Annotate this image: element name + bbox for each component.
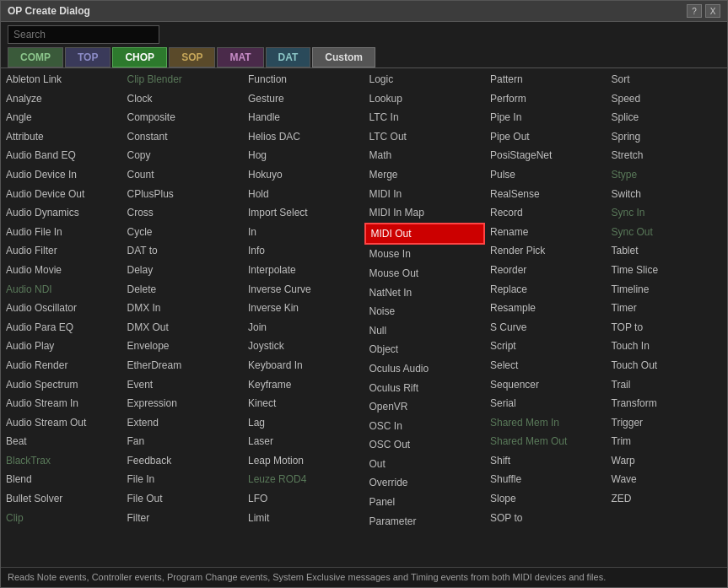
- list-item[interactable]: TOP to: [607, 318, 728, 337]
- list-item[interactable]: Lookup: [364, 89, 486, 109]
- list-item[interactable]: In: [243, 223, 364, 242]
- list-item[interactable]: Filter: [122, 509, 244, 528]
- list-item[interactable]: Speed: [607, 89, 728, 109]
- list-item[interactable]: Shuffle: [485, 470, 607, 489]
- list-item[interactable]: Touch In: [607, 337, 728, 356]
- list-item[interactable]: Mouse In: [364, 245, 486, 264]
- list-item[interactable]: Audio Dynamics: [1, 203, 122, 223]
- list-item[interactable]: DAT to: [122, 241, 244, 261]
- list-item[interactable]: Script: [485, 337, 607, 356]
- list-item[interactable]: Switch: [607, 185, 728, 204]
- list-item[interactable]: Splice: [607, 108, 728, 127]
- list-item[interactable]: Audio Render: [1, 356, 122, 375]
- list-item[interactable]: Sequencer: [485, 375, 607, 395]
- list-item[interactable]: Audio Device In: [1, 165, 122, 185]
- tab-top[interactable]: TOP: [65, 47, 111, 67]
- list-item[interactable]: Ableton Link: [1, 70, 122, 89]
- list-item[interactable]: Trail: [607, 375, 728, 395]
- list-item[interactable]: Time Slice: [607, 261, 728, 280]
- list-item[interactable]: Audio Stream Out: [1, 413, 122, 433]
- list-item[interactable]: Bullet Solver: [1, 489, 122, 509]
- list-item[interactable]: LTC In: [364, 108, 486, 127]
- list-item[interactable]: Resample: [485, 299, 607, 318]
- list-item[interactable]: ZED: [607, 489, 728, 509]
- list-item[interactable]: DMX In: [122, 299, 244, 318]
- list-item[interactable]: Extend: [122, 413, 244, 433]
- tab-custom[interactable]: Custom: [312, 47, 375, 67]
- list-item[interactable]: Audio Para EQ: [1, 318, 122, 337]
- list-item[interactable]: PosiStageNet: [485, 146, 607, 165]
- list-item[interactable]: MIDI In Map: [364, 203, 486, 223]
- list-item[interactable]: OpenVR: [364, 397, 486, 417]
- list-item[interactable]: Shift: [485, 451, 607, 471]
- list-item[interactable]: Render Pick: [485, 241, 607, 261]
- list-item[interactable]: SOP to: [485, 509, 607, 528]
- tab-chop[interactable]: CHOP: [112, 47, 167, 67]
- close-button[interactable]: X: [705, 4, 720, 18]
- list-item[interactable]: Record: [485, 203, 607, 223]
- list-item[interactable]: Cycle: [122, 223, 244, 242]
- list-item[interactable]: Composite: [122, 108, 244, 127]
- list-item[interactable]: Audio File In: [1, 223, 122, 242]
- list-item[interactable]: Null: [364, 321, 486, 341]
- list-item[interactable]: Inverse Kin: [243, 299, 364, 318]
- list-item[interactable]: BlackTrax: [1, 451, 122, 471]
- list-item[interactable]: Object: [364, 340, 486, 359]
- list-item[interactable]: Stype: [607, 165, 728, 185]
- list-item[interactable]: MIDI Out: [364, 223, 486, 245]
- list-item[interactable]: Pulse: [485, 165, 607, 185]
- list-item[interactable]: Reorder: [485, 261, 607, 280]
- list-item[interactable]: File In: [122, 470, 244, 489]
- list-item[interactable]: Stretch: [607, 146, 728, 165]
- list-item[interactable]: Leap Motion: [243, 451, 364, 471]
- list-item[interactable]: CPlusPlus: [122, 185, 244, 204]
- list-item[interactable]: NatNet In: [364, 283, 486, 303]
- list-item[interactable]: MIDI In: [364, 185, 486, 204]
- list-item[interactable]: Wave: [607, 470, 728, 489]
- list-item[interactable]: Envelope: [122, 337, 244, 356]
- list-item[interactable]: Rename: [485, 223, 607, 242]
- list-item[interactable]: Limit: [243, 509, 364, 528]
- tab-mat[interactable]: MAT: [217, 47, 263, 67]
- list-item[interactable]: Pipe Out: [485, 127, 607, 147]
- list-item[interactable]: Feedback: [122, 451, 244, 471]
- list-item[interactable]: Constant: [122, 127, 244, 147]
- list-item[interactable]: DMX Out: [122, 318, 244, 337]
- list-item[interactable]: Audio Play: [1, 337, 122, 356]
- list-item[interactable]: Import Select: [243, 203, 364, 223]
- list-item[interactable]: Replace: [485, 280, 607, 299]
- list-item[interactable]: Mouse Out: [364, 264, 486, 283]
- list-item[interactable]: Pattern: [485, 70, 607, 89]
- list-item[interactable]: Sync Out: [607, 223, 728, 242]
- list-item[interactable]: Shared Mem In: [485, 413, 607, 433]
- list-item[interactable]: Count: [122, 165, 244, 185]
- list-item[interactable]: Touch Out: [607, 356, 728, 375]
- list-item[interactable]: Audio Stream In: [1, 394, 122, 413]
- list-item[interactable]: Gesture: [243, 89, 364, 109]
- search-input[interactable]: [8, 25, 159, 44]
- list-item[interactable]: OSC Out: [364, 435, 486, 455]
- list-item[interactable]: Joystick: [243, 337, 364, 356]
- list-item[interactable]: Trim: [607, 432, 728, 451]
- list-item[interactable]: Perform: [485, 89, 607, 109]
- help-button[interactable]: ?: [687, 4, 702, 18]
- list-item[interactable]: Angle: [1, 108, 122, 127]
- list-item[interactable]: Audio Movie: [1, 261, 122, 280]
- list-item[interactable]: Out: [364, 455, 486, 474]
- list-item[interactable]: Panel: [364, 493, 486, 512]
- list-item[interactable]: Hog: [243, 146, 364, 165]
- list-item[interactable]: Timeline: [607, 280, 728, 299]
- list-item[interactable]: Event: [122, 375, 244, 395]
- list-item[interactable]: Noise: [364, 302, 486, 321]
- list-item[interactable]: Info: [243, 241, 364, 261]
- list-item[interactable]: Clip: [1, 509, 122, 528]
- list-item[interactable]: Timer: [607, 299, 728, 318]
- list-item[interactable]: Function: [243, 70, 364, 89]
- list-item[interactable]: RealSense: [485, 185, 607, 204]
- list-item[interactable]: Trigger: [607, 413, 728, 433]
- list-item[interactable]: Delete: [122, 280, 244, 299]
- list-item[interactable]: Laser: [243, 432, 364, 451]
- list-item[interactable]: Spring: [607, 127, 728, 147]
- list-item[interactable]: Warp: [607, 451, 728, 471]
- list-item[interactable]: Serial: [485, 394, 607, 413]
